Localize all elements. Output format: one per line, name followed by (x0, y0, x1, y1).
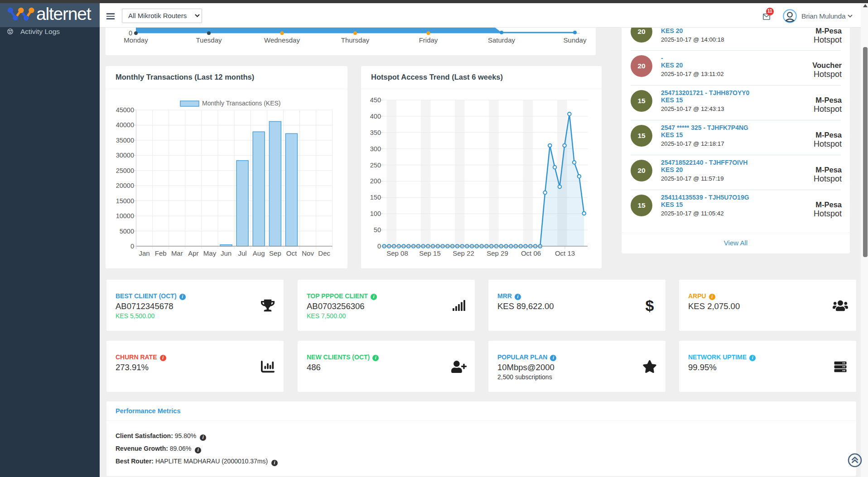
svg-text:25000: 25000 (116, 167, 134, 174)
svg-text:35000: 35000 (116, 137, 134, 144)
svg-text:Friday: Friday (419, 36, 438, 44)
svg-text:Feb: Feb (155, 249, 167, 257)
svg-text:Wednesday: Wednesday (264, 36, 300, 44)
svg-text:300: 300 (370, 145, 381, 153)
svg-text:250: 250 (370, 162, 381, 169)
svg-text:350: 350 (370, 129, 381, 136)
svg-text:150: 150 (370, 194, 381, 201)
svg-text:Nov: Nov (302, 249, 314, 257)
svg-text:Jul: Jul (238, 249, 247, 257)
svg-text:Sep 22: Sep 22 (453, 249, 474, 257)
svg-text:May: May (203, 249, 217, 257)
svg-text:Oct 13: Oct 13 (555, 249, 575, 257)
svg-text:20000: 20000 (116, 182, 134, 189)
svg-text:200: 200 (370, 177, 381, 185)
svg-text:0: 0 (129, 29, 132, 37)
svg-text:40000: 40000 (116, 121, 134, 129)
svg-text:Monthly Transactions (KES): Monthly Transactions (KES) (202, 100, 281, 107)
svg-text:Sunday: Sunday (564, 36, 587, 44)
svg-text:Mar: Mar (171, 249, 183, 257)
svg-text:Jun: Jun (221, 249, 231, 257)
svg-text:100: 100 (370, 210, 381, 217)
svg-text:15000: 15000 (116, 197, 134, 205)
svg-text:450: 450 (370, 96, 381, 104)
svg-text:Dec: Dec (318, 249, 330, 257)
svg-text:Jan: Jan (139, 249, 149, 257)
svg-text:Monday: Monday (124, 36, 148, 44)
svg-text:10000: 10000 (116, 212, 134, 219)
svg-text:Thursday: Thursday (341, 36, 370, 44)
svg-text:30000: 30000 (116, 152, 134, 159)
svg-text:Oct 06: Oct 06 (521, 249, 541, 257)
svg-text:45000: 45000 (116, 106, 134, 114)
svg-text:400: 400 (370, 113, 381, 120)
svg-text:50: 50 (374, 226, 381, 234)
svg-text:Sep 08: Sep 08 (386, 249, 408, 257)
svg-text:Sep 15: Sep 15 (419, 249, 441, 257)
svg-text:Oct: Oct (286, 249, 297, 257)
svg-text:Sep 29: Sep 29 (487, 249, 508, 257)
svg-text:Tuesday: Tuesday (196, 36, 222, 44)
svg-text:Saturday: Saturday (488, 36, 516, 44)
svg-text:Aug: Aug (253, 249, 265, 257)
svg-text:5000: 5000 (120, 228, 134, 235)
svg-text:0: 0 (377, 243, 381, 250)
svg-text:0: 0 (130, 243, 134, 250)
svg-text:Apr: Apr (188, 249, 198, 257)
svg-text:Sep: Sep (269, 249, 281, 257)
